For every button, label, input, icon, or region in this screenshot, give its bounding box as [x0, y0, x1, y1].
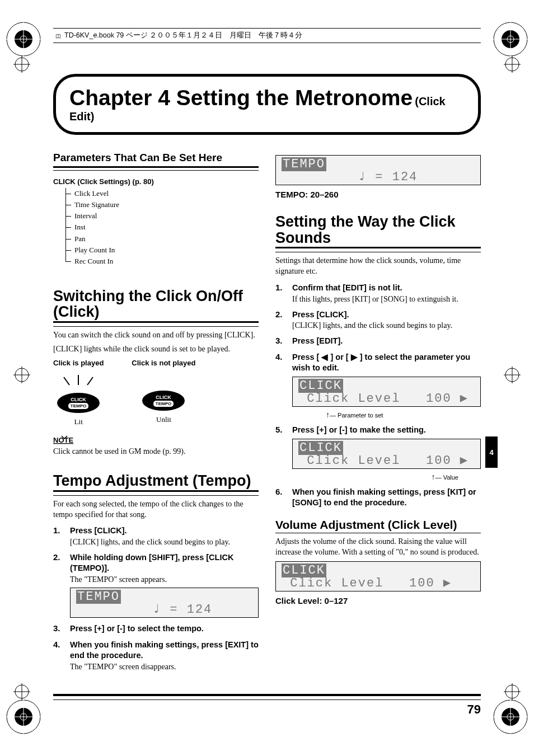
tempo-intro: For each song selected, the tempo of the… — [53, 499, 259, 520]
lcd-display: TEMPO ♩ = 124 — [70, 588, 259, 618]
step-head: When you finish making settings, press [… — [292, 487, 481, 508]
lit-caption: Lit — [53, 417, 104, 426]
arrow-up-icon: ↑ — [326, 410, 330, 419]
tempo-heading: Tempo Adjustment (Tempo) — [53, 473, 259, 491]
tree-item: Time Signature — [62, 199, 259, 210]
step-body: [CLICK] lights, and the click sound begi… — [70, 538, 259, 547]
lcd-display: CLICK Click Level 100 ▶ — [292, 377, 481, 407]
annotation-parameter: ↑— Parameter to set — [326, 410, 481, 419]
click-button-lit-icon: CLICKTEMPO — [56, 392, 101, 414]
tree-item: Play Count In — [62, 245, 259, 256]
annotation-value: ↑— Value — [292, 472, 458, 481]
svg-line-41 — [87, 377, 93, 385]
page-number: 79 — [53, 702, 481, 717]
tree-item: Inst — [62, 222, 259, 233]
crop-mark — [13, 56, 30, 73]
svg-line-40 — [64, 377, 69, 385]
svg-text:TEMPO: TEMPO — [71, 403, 86, 408]
step-head: Confirm that [EDIT] is not lit. — [292, 283, 481, 293]
switch-body-2: [CLICK] lights while the click sound is … — [53, 344, 259, 355]
arrow-up-icon: ↑ — [432, 472, 435, 481]
step-body: The "TEMPO" screen appears. — [70, 575, 259, 584]
tree-item: Interval — [62, 210, 259, 222]
crop-mark — [504, 367, 521, 383]
lcd-display: CLICK Click Level 100 ▶ — [292, 439, 481, 469]
click-group-label: CLICK (Click Settings) (p. 80) — [53, 177, 259, 186]
svg-text:CLICK: CLICK — [156, 395, 172, 400]
chapter-title-box: Chapter 4 Setting the Metronome (Click E… — [53, 74, 481, 135]
note-icon: NOTE — [53, 434, 76, 445]
lcd-display: CLICK Click Level 100 ▶ — [275, 561, 481, 591]
side-tab-chapter: 4 — [485, 436, 498, 468]
chapter-title: Chapter 4 Setting the Metronome — [69, 86, 413, 110]
tree-item: Rec Count In — [62, 256, 259, 267]
sound-intro: Settings that determine how the click so… — [275, 256, 481, 277]
click-played-label: Click is played — [53, 359, 104, 367]
step-head: Press [CLICK]. — [70, 525, 259, 536]
params-heading: Parameters That Can Be Set Here — [53, 152, 259, 168]
volume-body: Adjusts the volume of the click sound. R… — [275, 537, 481, 558]
tempo-range: TEMPO: 20–260 — [275, 190, 481, 199]
svg-text:TEMPO: TEMPO — [156, 401, 171, 406]
switch-body-1: You can switch the click sound on and of… — [53, 330, 259, 341]
page-footer: 79 — [53, 694, 481, 717]
click-not-played-label: Click is not played — [132, 359, 195, 367]
tree-item: Click Level — [62, 188, 259, 199]
sound-heading: Setting the Way the Click Sounds — [275, 214, 481, 248]
note-text: Click cannot be used in GM mode (p. 99). — [53, 447, 259, 457]
volume-heading: Volume Adjustment (Click Level) — [275, 518, 481, 533]
unlit-caption: Unlit — [132, 415, 195, 424]
step-body: The "TEMPO" screen disappears. — [70, 663, 259, 672]
crop-mark — [504, 56, 521, 73]
lcd-display: TEMPO ♩ = 124 — [275, 155, 481, 185]
printer-mark-top-right — [491, 20, 530, 58]
step-head: Press [CLICK]. — [292, 309, 481, 320]
crop-mark — [504, 683, 521, 700]
step-body: [CLICK] lights, and the click sound begi… — [292, 321, 481, 330]
light-rays-icon — [53, 374, 104, 388]
svg-text:CLICK: CLICK — [71, 397, 86, 402]
tree-item: Pan — [62, 233, 259, 245]
step-head: Press [ ◀ ] or [ ▶ ] to select the param… — [292, 352, 481, 373]
switching-heading: Switching the Click On/Off (Click) — [53, 288, 259, 323]
page-header: TD-6KV_e.book 79 ページ ２００５年１月２４日 月曜日 午後７時… — [53, 28, 481, 43]
step-head: While holding down [SHIFT], press [CLICK… — [70, 552, 259, 574]
book-icon — [55, 33, 61, 39]
step-body: If this lights, press [KIT] or [SONG] to… — [292, 295, 481, 304]
printer-mark-top-left — [4, 20, 43, 58]
step-head: Press [+] or [-] to select the tempo. — [70, 623, 259, 634]
param-tree: Click Level Time Signature Interval Inst… — [62, 188, 259, 267]
step-head: Press [EDIT]. — [292, 336, 481, 346]
step-head: Press [+] or [-] to make the setting. — [292, 425, 481, 435]
crop-mark — [13, 683, 30, 700]
step-head: When you finish making settings, press [… — [70, 640, 259, 661]
printer-mark-bottom-right — [491, 698, 530, 736]
header-text: TD-6KV_e.book 79 ページ ２００５年１月２４日 月曜日 午後７時… — [64, 31, 302, 40]
click-button-unlit-icon: CLICKTEMPO — [141, 389, 186, 412]
crop-mark — [13, 367, 30, 383]
click-level-range: Click Level: 0–127 — [275, 596, 481, 605]
printer-mark-bottom-left — [4, 698, 43, 736]
